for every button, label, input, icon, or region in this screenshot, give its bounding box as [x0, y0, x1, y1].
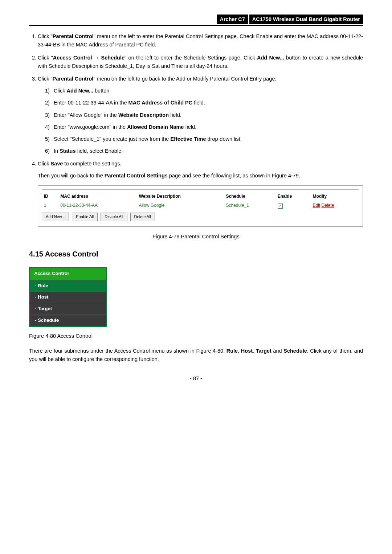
enable-all-button[interactable]: Enable All — [72, 213, 98, 221]
section-title: 4.15 Access Control — [29, 248, 363, 260]
menu-item-host[interactable]: -Host — [30, 291, 106, 303]
sub-steps: 1)Click Add New... button. 2)Enter 00-11… — [38, 87, 363, 155]
th-mac: MAC address — [58, 192, 136, 201]
page-number: - 87 - — [29, 374, 363, 383]
table-buttons: Add New... Enable All Disable All Delete… — [42, 212, 359, 221]
menu-item-rule[interactable]: -Rule — [30, 280, 106, 292]
disable-all-button[interactable]: Disable All — [101, 213, 127, 221]
th-enable: Enable — [275, 192, 311, 201]
access-control-menu: Access Control -Rule -Host -Target -Sche… — [29, 267, 107, 327]
step-4: Click Save to complete the settings. The… — [38, 160, 363, 226]
th-desc: Website Description — [137, 192, 224, 201]
substep-3: 3)Enter "Allow Google" in the Website De… — [45, 111, 363, 119]
menu-header[interactable]: Access Control — [30, 268, 106, 280]
figure-79-caption: Figure 4-79 Parental Control Settings — [29, 233, 363, 241]
substep-1: 1)Click Add New... button. — [45, 87, 363, 95]
figure-80-caption: Figure 4-80 Access Control — [29, 332, 363, 340]
step-3: Click "Parental Control" menu on the lef… — [38, 75, 363, 155]
page-header: Archer C7 AC1750 Wireless Dual Band Giga… — [29, 15, 363, 26]
th-sched: Schedule — [224, 192, 275, 201]
delete-all-button[interactable]: Delete All — [130, 213, 155, 221]
step-1: Click "Parental Control" menu on the lef… — [38, 32, 363, 49]
menu-item-target[interactable]: -Target — [30, 303, 106, 315]
substep-6: 6)In Status field, select Enable. — [45, 147, 363, 155]
step-2: Click "Access Control → Schedule" on the… — [38, 54, 363, 70]
header-title: AC1750 Wireless Dual Band Gigabit Router — [249, 15, 363, 24]
main-steps: Click "Parental Control" menu on the lef… — [29, 32, 363, 226]
substep-5: 5)Select "Schedule_1" you create just no… — [45, 135, 363, 143]
substep-2: 2)Enter 00-11-22-33-44-AA in the MAC Add… — [45, 99, 363, 107]
table-row: 1 00-11-22-33-44-AA Allow Google Schedul… — [42, 201, 359, 210]
delete-link[interactable]: Delete — [322, 203, 334, 208]
table-header-row: ID MAC address Website Description Sched… — [42, 192, 359, 201]
header-model: Archer C7 — [217, 15, 248, 24]
body-paragraph: There are four submenus under the Access… — [29, 347, 363, 364]
edit-link[interactable]: Edit — [313, 203, 320, 208]
th-id: ID — [42, 192, 58, 201]
enable-checkbox[interactable]: ✓ — [278, 204, 283, 209]
add-new-button[interactable]: Add New... — [42, 213, 69, 221]
th-modify: Modify — [311, 192, 359, 201]
menu-item-schedule[interactable]: -Schedule — [30, 315, 106, 326]
parental-control-table: ID MAC address Website Description Sched… — [38, 185, 363, 227]
substep-4: 4)Enter "www.google.com" in the Allowed … — [45, 123, 363, 131]
